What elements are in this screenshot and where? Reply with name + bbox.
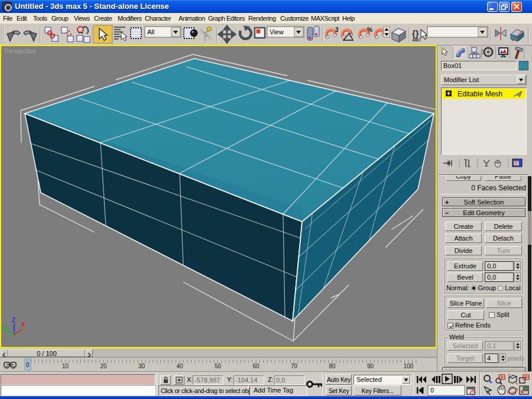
svg-text:100: 100 [404,363,414,369]
svg-text:0: 0 [430,387,434,394]
svg-text:80: 80 [329,363,336,369]
svg-text:70: 70 [291,363,298,369]
svg-text:60: 60 [252,363,259,369]
svg-text:30: 30 [138,363,145,369]
svg-text:40: 40 [176,363,183,369]
svg-text:Z: Z [12,317,15,323]
svg-text:y: y [3,323,7,330]
svg-text:90: 90 [367,363,374,369]
svg-text:View: View [270,28,284,35]
svg-text:50: 50 [215,363,222,369]
svg-text:10: 10 [62,363,69,369]
svg-text:%: % [367,27,372,33]
svg-text:3: 3 [335,27,339,33]
svg-text:All: All [147,28,154,35]
svg-text:0: 0 [26,362,30,368]
svg-text:20: 20 [100,363,107,369]
svg-text:X: X [21,322,25,328]
svg-text:ABC: ABC [412,38,421,42]
svg-text:{}: {} [412,28,419,38]
